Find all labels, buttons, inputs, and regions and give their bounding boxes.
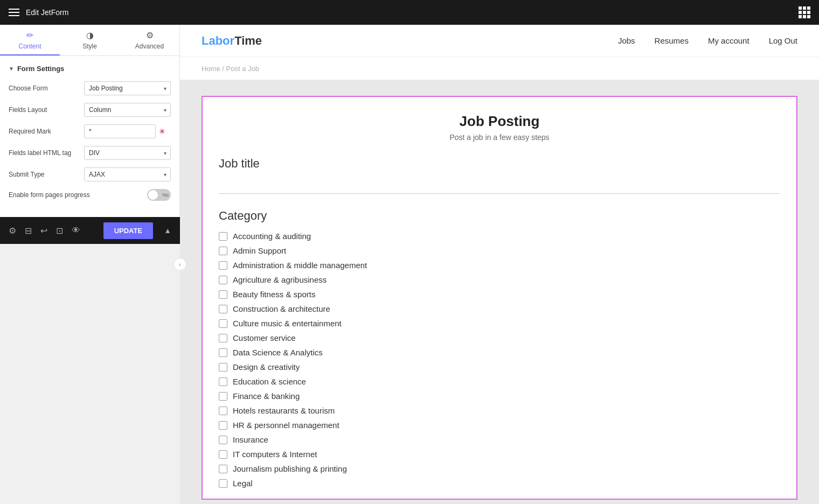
- submit-type-select[interactable]: AJAX: [84, 167, 171, 181]
- tab-advanced[interactable]: ⚙ Advanced: [120, 25, 179, 55]
- fields-label-html-tag-label: Fields label HTML tag: [9, 149, 84, 157]
- choose-form-row: Choose Form Job Posting: [9, 81, 171, 95]
- list-item: Construction & architecture: [219, 304, 780, 313]
- form-content: Job Posting Post a job in a few easy ste…: [180, 80, 819, 504]
- form-settings-panel: ▼ Form Settings Choose Form Job Posting …: [0, 56, 179, 217]
- checkbox-label-6: Culture music & entertainment: [233, 319, 342, 328]
- enable-form-pages-toggle[interactable]: No: [147, 189, 171, 201]
- checkbox-0[interactable]: [219, 232, 227, 241]
- bottom-chevron-up-icon[interactable]: ▲: [164, 226, 171, 235]
- content-area: LaborTime Jobs Resumes My account Log Ou…: [180, 25, 819, 504]
- tab-style[interactable]: ◑ Style: [60, 25, 120, 55]
- nav-resumes[interactable]: Resumes: [655, 36, 689, 45]
- category-label: Category: [219, 209, 780, 223]
- checkbox-label-2: Administration & middle management: [233, 261, 367, 270]
- nav-my-account[interactable]: My account: [708, 36, 749, 45]
- list-item: Culture music & entertainment: [219, 319, 780, 328]
- grid-icon[interactable]: [799, 6, 810, 18]
- update-button[interactable]: UPDATE: [103, 222, 153, 239]
- nav-jobs[interactable]: Jobs: [618, 36, 635, 45]
- tab-advanced-label: Advanced: [135, 43, 164, 50]
- checkbox-8[interactable]: [219, 348, 227, 357]
- submit-type-control: AJAX: [84, 167, 171, 181]
- checkbox-9[interactable]: [219, 363, 227, 372]
- submit-type-row: Submit Type AJAX: [9, 167, 171, 181]
- checkbox-label-15: IT computers & Internet: [233, 450, 317, 459]
- checkbox-10[interactable]: [219, 377, 227, 386]
- checkbox-13[interactable]: [219, 421, 227, 430]
- list-item: Data Science & Analytics: [219, 348, 780, 357]
- style-icon: ◑: [86, 30, 94, 40]
- checkbox-17[interactable]: [219, 479, 227, 488]
- fields-label-html-tag-select[interactable]: DIV: [84, 146, 171, 160]
- checkbox-2[interactable]: [219, 261, 227, 270]
- checkbox-label-9: Design & creativity: [233, 362, 300, 372]
- fields-label-html-tag-row: Fields label HTML tag DIV: [9, 146, 171, 160]
- checkbox-14[interactable]: [219, 436, 227, 444]
- nav-log-out[interactable]: Log Out: [769, 36, 797, 45]
- job-title-input[interactable]: [219, 176, 780, 194]
- checkbox-6[interactable]: [219, 319, 227, 328]
- choose-form-select[interactable]: Job Posting: [84, 81, 171, 95]
- list-item: Agriculture & agribusiness: [219, 275, 780, 284]
- list-item: Administration & middle management: [219, 261, 780, 270]
- list-item: IT computers & Internet: [219, 450, 780, 459]
- breadcrumb-home[interactable]: Home: [202, 65, 220, 73]
- site-logo: LaborTime: [202, 34, 262, 48]
- settings-icon[interactable]: ⚙: [9, 226, 16, 236]
- content-icon: ✏: [26, 30, 33, 40]
- preview-icon[interactable]: ⊡: [56, 226, 63, 236]
- checkbox-12[interactable]: [219, 407, 227, 415]
- tab-content[interactable]: ✏ Content: [0, 25, 60, 55]
- breadcrumb-bar: Home / Post a Job: [180, 57, 819, 80]
- history-icon[interactable]: ↩: [40, 226, 47, 236]
- hamburger-icon[interactable]: [9, 9, 19, 16]
- enable-form-pages-label: Enable form pages progress: [9, 191, 90, 199]
- list-item: Legal: [219, 479, 780, 488]
- toggle-knob: [148, 190, 158, 200]
- checkbox-16[interactable]: [219, 465, 227, 473]
- fields-layout-control: Column: [84, 103, 171, 117]
- required-mark-input[interactable]: [84, 124, 156, 138]
- tab-style-label: Style: [82, 43, 97, 50]
- list-item: Education & science: [219, 377, 780, 386]
- checkbox-label-12: Hotels restaurants & tourism: [233, 406, 335, 415]
- section-arrow: ▼: [9, 66, 14, 72]
- required-mark-icon[interactable]: ✳: [159, 127, 165, 136]
- fields-layout-select[interactable]: Column: [84, 103, 171, 117]
- breadcrumb-separator: /: [222, 65, 224, 73]
- toggle-text: No: [162, 192, 169, 198]
- enable-form-pages-row: Enable form pages progress No: [9, 189, 171, 201]
- top-bar: Edit JetForm: [0, 0, 819, 25]
- choose-form-label: Choose Form: [9, 85, 84, 92]
- form-settings-header[interactable]: ▼ Form Settings: [9, 65, 171, 73]
- eye-icon[interactable]: 👁: [72, 226, 80, 235]
- layers-icon[interactable]: ⊟: [25, 226, 32, 236]
- top-bar-right: [799, 6, 810, 18]
- checkbox-5[interactable]: [219, 305, 227, 313]
- required-mark-row: Required Mark ✳: [9, 124, 171, 138]
- fields-layout-row: Fields Layout Column: [9, 103, 171, 117]
- fields-label-html-tag-control: DIV: [84, 146, 171, 160]
- checkbox-15[interactable]: [219, 450, 227, 459]
- checkbox-7[interactable]: [219, 334, 227, 342]
- checkbox-11[interactable]: [219, 392, 227, 401]
- checkbox-1[interactable]: [219, 247, 227, 255]
- form-card: Job Posting Post a job in a few easy ste…: [202, 96, 797, 500]
- checkbox-3[interactable]: [219, 276, 227, 284]
- sidebar: ✏ Content ◑ Style ⚙ Advanced ▼ Form Sett…: [0, 25, 180, 217]
- list-item: Journalism publishing & printing: [219, 464, 780, 473]
- sidebar-collapse-button[interactable]: ‹: [173, 258, 186, 271]
- list-item: Accounting & auditing: [219, 232, 780, 241]
- checkbox-label-11: Finance & banking: [233, 391, 300, 401]
- checkbox-label-4: Beauty fitness & sports: [233, 290, 315, 299]
- tab-content-label: Content: [18, 43, 41, 50]
- list-item: HR & personnel management: [219, 421, 780, 430]
- list-item: Hotels restaurants & tourism: [219, 406, 780, 415]
- checkbox-4[interactable]: [219, 290, 227, 299]
- checkbox-label-3: Agriculture & agribusiness: [233, 275, 327, 284]
- list-item: Customer service: [219, 333, 780, 342]
- checkbox-label-14: Insurance: [233, 435, 268, 444]
- site-nav: Jobs Resumes My account Log Out: [618, 36, 797, 45]
- checkbox-label-13: HR & personnel management: [233, 421, 339, 430]
